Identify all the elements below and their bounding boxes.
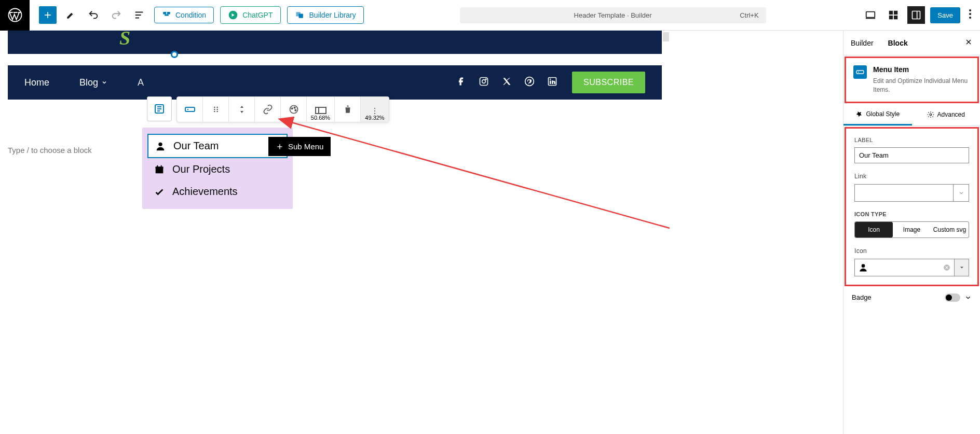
parent-block-icon[interactable] [147, 96, 172, 121]
svg-rect-34 [316, 107, 326, 114]
redo-icon[interactable] [107, 6, 125, 24]
icon-heading: Icon [854, 247, 969, 255]
main-navbar: Home Blog A SUBSCRIBE [8, 65, 662, 100]
facebook-icon[interactable] [456, 76, 466, 89]
chatgpt-label: ChatGPT [242, 11, 273, 19]
header-top-bar: S [8, 31, 662, 54]
badge-toggle[interactable] [945, 293, 960, 302]
subscribe-button[interactable]: SUBSCRIBE [572, 72, 645, 93]
nav-about[interactable]: A [138, 77, 144, 88]
block-info-desc: Edit and Optimize Individual Menu Items. [873, 77, 970, 94]
icon-type-custom[interactable]: Custom svg [931, 222, 969, 237]
block-type-icon[interactable] [177, 97, 203, 122]
width-2-icon[interactable]: 49.32% [361, 97, 389, 122]
svg-rect-10 [894, 16, 897, 19]
svg-rect-2 [167, 12, 170, 15]
svg-rect-5 [298, 14, 303, 18]
tab-global-style[interactable]: Global Style [843, 104, 912, 125]
drag-handle-icon[interactable] [203, 97, 229, 122]
link-input[interactable] [854, 184, 954, 202]
label-input[interactable] [854, 147, 969, 163]
calendar-icon [154, 164, 165, 175]
svg-point-16 [482, 80, 486, 83]
svg-point-12 [969, 9, 971, 11]
svg-point-31 [291, 108, 293, 109]
settings-panel-toggle[interactable] [907, 6, 925, 24]
wordpress-logo[interactable] [0, 0, 30, 31]
person-icon [858, 262, 868, 273]
svg-rect-23 [185, 107, 195, 111]
block-placeholder[interactable]: Type / to choose a block [8, 146, 92, 155]
x-twitter-icon[interactable] [501, 76, 512, 89]
svg-rect-1 [163, 12, 166, 15]
svg-point-32 [294, 107, 295, 108]
block-info-box: Menu Item Edit and Optimize Individual M… [845, 57, 979, 103]
menu-item-block-icon [853, 65, 867, 79]
submenu-item-our-projects[interactable]: Our Projects [147, 158, 288, 180]
svg-rect-20 [550, 80, 551, 84]
settings-panel: LABEL Link ICON TYPE Icon Image Custom s… [845, 127, 979, 286]
builder-library-button[interactable]: Builder Library [287, 6, 364, 24]
pin-icon [855, 110, 863, 118]
submenu-item-achievements[interactable]: Achievements [147, 180, 288, 203]
chevron-down-icon[interactable] [964, 294, 972, 301]
svg-point-35 [374, 108, 375, 109]
scrollbar-thumb[interactable] [663, 32, 669, 41]
svg-point-17 [485, 79, 486, 80]
badge-toggle-row: Badge [843, 286, 980, 309]
close-sidebar-icon[interactable] [964, 38, 973, 48]
width-1-icon[interactable]: 50.68% [307, 97, 335, 122]
layout-icon[interactable] [884, 6, 902, 24]
more-menu-icon[interactable] [965, 9, 975, 21]
edit-icon[interactable] [62, 6, 79, 24]
svg-point-33 [295, 109, 296, 111]
icon-type-icon[interactable]: Icon [855, 222, 893, 237]
plus-icon [276, 143, 284, 151]
svg-point-42 [930, 114, 932, 116]
svg-rect-7 [889, 11, 893, 15]
add-block-button[interactable] [39, 6, 57, 24]
svg-point-28 [214, 111, 215, 113]
nav-home[interactable]: Home [24, 77, 49, 88]
save-button[interactable]: Save [930, 7, 960, 23]
tab-builder[interactable]: Builder [851, 32, 874, 54]
link-dropdown-icon[interactable] [954, 184, 969, 202]
block-info-title: Menu Item [873, 65, 970, 74]
resize-handle[interactable] [171, 51, 178, 58]
svg-rect-40 [156, 166, 164, 169]
icon-type-image[interactable]: Image [893, 222, 931, 237]
svg-point-29 [216, 111, 218, 113]
delete-icon[interactable] [335, 97, 361, 122]
svg-rect-11 [913, 11, 920, 19]
icon-dropdown-icon[interactable] [954, 259, 969, 276]
svg-point-30 [290, 106, 297, 114]
list-view-icon[interactable] [130, 6, 148, 24]
undo-icon[interactable] [85, 6, 102, 24]
page-title-bar[interactable]: Header Template · Builder Ctrl+K [460, 7, 766, 23]
tab-advanced[interactable]: Advanced [912, 104, 981, 125]
svg-point-13 [969, 13, 971, 15]
icon-clear-icon[interactable] [940, 259, 954, 276]
svg-rect-6 [866, 12, 875, 18]
color-icon[interactable] [281, 97, 307, 122]
svg-point-38 [158, 142, 162, 146]
tab-block[interactable]: Block [888, 32, 908, 54]
gear-icon [927, 111, 934, 118]
instagram-icon[interactable] [479, 76, 489, 89]
linkedin-icon[interactable] [547, 76, 557, 89]
svg-point-25 [216, 107, 218, 108]
move-up-down-icon[interactable] [229, 97, 255, 122]
pinterest-icon[interactable] [524, 76, 535, 89]
badge-label: Badge [852, 293, 945, 301]
svg-point-14 [969, 17, 971, 19]
svg-rect-8 [894, 11, 897, 15]
shortcut-hint: Ctrl+K [740, 11, 758, 19]
add-submenu-button[interactable]: Sub Menu [268, 137, 331, 156]
condition-button[interactable]: Condition [154, 7, 214, 23]
device-desktop-icon[interactable] [862, 6, 879, 24]
chatgpt-button[interactable]: ChatGPT [220, 6, 280, 24]
nav-blog[interactable]: Blog [79, 77, 107, 88]
submenu-item-our-team[interactable]: Our Team [147, 134, 288, 158]
icon-picker[interactable] [855, 259, 940, 276]
link-icon[interactable] [255, 97, 281, 122]
